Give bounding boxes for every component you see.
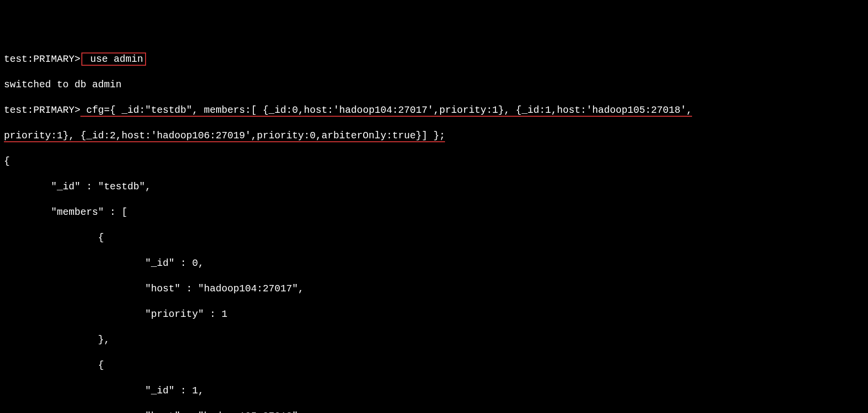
shell-prompt[interactable]: test:PRIMARY>	[4, 53, 80, 65]
output-line: "_id" : 0,	[4, 257, 864, 270]
shell-prompt[interactable]: test:PRIMARY>	[4, 104, 80, 116]
terminal-output-switched: switched to db admin	[4, 78, 864, 91]
terminal-line-cfg-1: test:PRIMARY> cfg={ _id:"testdb", member…	[4, 104, 864, 117]
output-line: "host" : "hadoop104:27017",	[4, 283, 864, 295]
output-line: "_id" : 1,	[4, 385, 864, 397]
output-line: "host" : "hadoop105:27018",	[4, 410, 864, 413]
output-line: "priority" : 1	[4, 308, 864, 321]
command-use-admin: use admin	[81, 52, 146, 66]
output-line: "members" : [	[4, 206, 864, 219]
terminal-line-cfg-2: priority:1}, {_id:2,host:'hadoop106:2701…	[4, 129, 864, 142]
output-line: {	[4, 155, 864, 168]
output-line: {	[4, 232, 864, 244]
output-line: },	[4, 334, 864, 346]
terminal-line-1: test:PRIMARY> use admin	[4, 53, 864, 66]
output-line: {	[4, 359, 864, 372]
output-line: "_id" : "testdb",	[4, 181, 864, 193]
command-cfg-part1: cfg={ _id:"testdb", members:[ {_id:0,hos…	[80, 104, 692, 117]
command-cfg-part2: priority:1}, {_id:2,host:'hadoop106:2701…	[4, 130, 445, 142]
